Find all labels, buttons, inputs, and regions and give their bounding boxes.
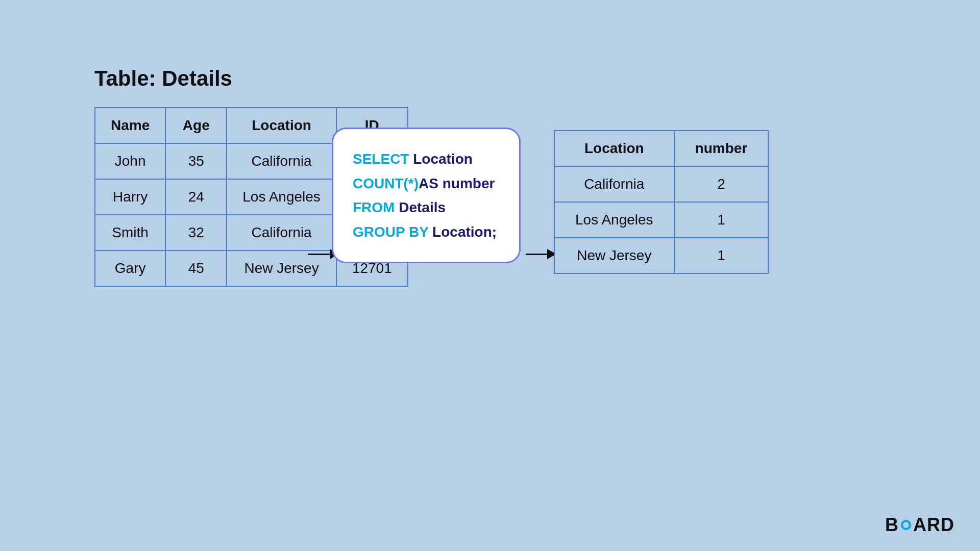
page-title: Table: Details — [94, 66, 232, 91]
cell-location: Los Angeles — [227, 179, 336, 215]
sql-query-box: SELECT Location COUNT(*)AS number FROM D… — [332, 128, 521, 263]
brand-logo: BBOARDARD — [885, 514, 954, 536]
sql-select-keyword: SELECT — [353, 151, 409, 167]
result-cell-number: 2 — [674, 166, 769, 202]
sql-line-1: SELECT Location — [353, 147, 500, 171]
sql-from-text: Details — [395, 199, 446, 215]
cell-name: Gary — [95, 251, 165, 286]
col-header-age: Age — [165, 108, 227, 143]
result-cell-location: New Jersey — [554, 238, 674, 273]
result-cell-location: Los Angeles — [554, 202, 674, 238]
sql-count-keyword: COUNT(*) — [353, 176, 419, 191]
col-header-location: Location — [227, 108, 336, 143]
cell-age: 32 — [165, 215, 227, 251]
result-table-row: Los Angeles 1 — [554, 202, 768, 238]
arrow-sql-to-result — [526, 249, 556, 259]
cell-location: California — [227, 143, 336, 179]
sql-from-keyword: FROM — [353, 199, 395, 215]
cell-location: California — [227, 215, 336, 251]
result-table-row: California 2 — [554, 166, 768, 202]
sql-line-3: FROM Details — [353, 195, 500, 220]
result-table: Location number California 2 Los Angeles… — [554, 130, 769, 274]
sql-count-text: AS number — [419, 176, 495, 191]
cell-name: Smith — [95, 215, 165, 251]
result-col-header-location: Location — [554, 131, 674, 166]
brand-circle-icon — [901, 520, 911, 530]
result-cell-number: 1 — [674, 238, 769, 273]
right-table-container: Location number California 2 Los Angeles… — [554, 130, 769, 274]
sql-select-text: Location — [409, 151, 472, 167]
result-col-header-number: number — [674, 131, 769, 166]
brand-text-b: B — [885, 514, 899, 536]
sql-line-2: COUNT(*)AS number — [353, 171, 500, 196]
cell-age: 24 — [165, 179, 227, 215]
sql-groupby-keyword: GROUP BY — [353, 224, 428, 240]
cell-age: 45 — [165, 251, 227, 286]
cell-name: Harry — [95, 179, 165, 215]
cell-age: 35 — [165, 143, 227, 179]
brand-text-ard: ARD — [913, 514, 954, 536]
result-cell-number: 1 — [674, 202, 769, 238]
col-header-name: Name — [95, 108, 165, 143]
result-table-row: New Jersey 1 — [554, 238, 768, 273]
sql-groupby-text: Location; — [428, 224, 497, 240]
sql-line-4: GROUP BY Location; — [353, 220, 500, 244]
cell-name: John — [95, 143, 165, 179]
result-cell-location: California — [554, 166, 674, 202]
